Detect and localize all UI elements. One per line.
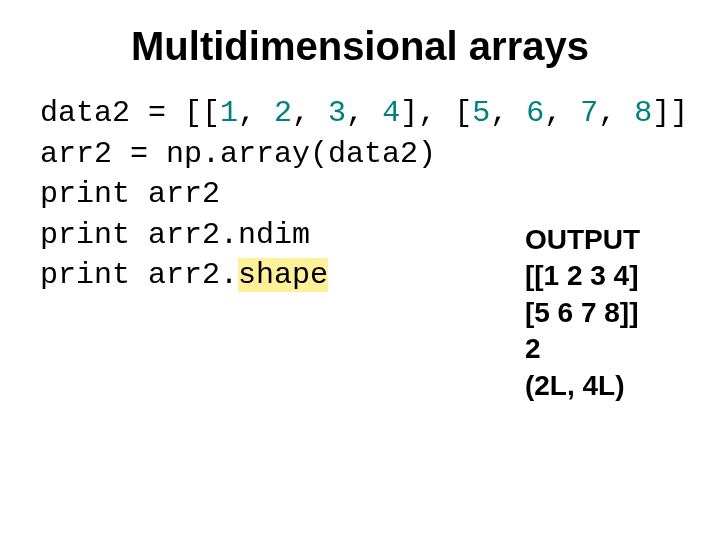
- code-text: arr2: [130, 177, 220, 211]
- code-number: 5: [472, 96, 490, 130]
- code-highlight: shape: [238, 258, 328, 292]
- code-text: ,: [598, 96, 634, 130]
- code-keyword: print: [40, 218, 130, 252]
- code-number: 1: [220, 96, 238, 130]
- code-number: 7: [580, 96, 598, 130]
- output-line: 2: [525, 331, 640, 367]
- code-number: 4: [382, 96, 400, 130]
- output-heading: OUTPUT: [525, 222, 640, 258]
- code-text: ,: [490, 96, 526, 130]
- output-block: OUTPUT [[1 2 3 4] [5 6 7 8]] 2 (2L, 4L): [525, 222, 640, 404]
- code-text: ]]: [652, 96, 688, 130]
- code-text: arr2.ndim: [130, 218, 310, 252]
- code-number: 6: [526, 96, 544, 130]
- code-line-1: data2 = [[1, 2, 3, 4], [5, 6, 7, 8]]: [40, 93, 680, 134]
- code-text: ,: [238, 96, 274, 130]
- code-line-3: print arr2: [40, 174, 680, 215]
- slide: Multidimensional arrays data2 = [[1, 2, …: [0, 0, 720, 540]
- code-text: ,: [292, 96, 328, 130]
- code-text: data2 = [[: [40, 96, 220, 130]
- slide-title: Multidimensional arrays: [40, 24, 680, 69]
- code-text: arr2.: [130, 258, 238, 292]
- code-number: 8: [634, 96, 652, 130]
- code-line-2: arr2 = np.array(data2): [40, 134, 680, 175]
- code-keyword: print: [40, 177, 130, 211]
- code-text: ,: [346, 96, 382, 130]
- output-line: (2L, 4L): [525, 368, 640, 404]
- code-number: 2: [274, 96, 292, 130]
- code-text: ,: [544, 96, 580, 130]
- output-line: [[1 2 3 4]: [525, 258, 640, 294]
- code-text: ], [: [400, 96, 472, 130]
- output-line: [5 6 7 8]]: [525, 295, 640, 331]
- code-number: 3: [328, 96, 346, 130]
- code-keyword: print: [40, 258, 130, 292]
